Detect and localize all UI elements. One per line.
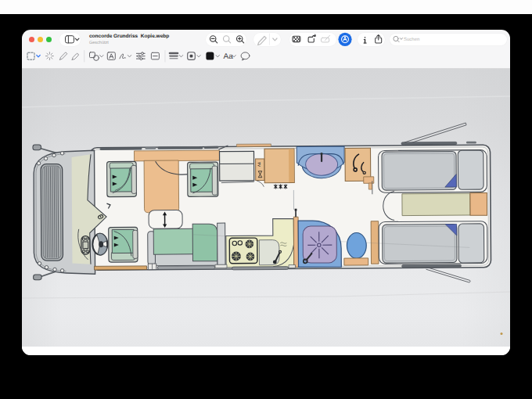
svg-text:Aa: Aa	[224, 52, 234, 61]
svg-text:TV: TV	[257, 162, 261, 167]
